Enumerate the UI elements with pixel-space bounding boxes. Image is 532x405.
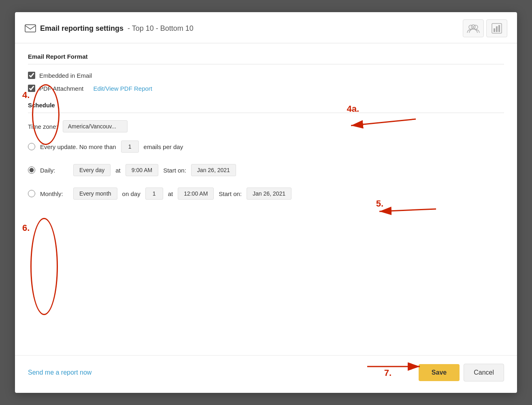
chart-icon-button[interactable] [486, 19, 507, 37]
svg-rect-11 [494, 28, 495, 32]
monthly-label: Monthly: [40, 190, 68, 197]
schedule-section: Schedule Time zone: America/Vancouv... E… [28, 102, 504, 200]
embedded-email-row: Embedded in Email [28, 72, 504, 79]
svg-rect-6 [25, 25, 36, 32]
format-section-divider [28, 64, 504, 64]
schedule-radio-group: Every update. No more than emails per da… [28, 141, 504, 200]
daily-label: Daily: [40, 167, 68, 174]
annotation-7: 7. [384, 368, 392, 378]
email-reporting-settings-dialog: 4. 4a. 5. 6. 7. [15, 12, 517, 393]
daily-row: Daily: Every day at 9:00 AM Start on: Ja… [28, 164, 504, 176]
dialog-footer: Send me a report now Save Cancel [15, 355, 517, 393]
edit-view-pdf-link[interactable]: Edit/View PDF Report [93, 85, 152, 92]
embedded-email-checkbox[interactable] [28, 72, 35, 79]
dialog-body: Email Report Format Embedded in Email PD… [15, 43, 517, 347]
monthly-row: Monthly: Every month on day at 12:00 AM … [28, 188, 504, 200]
users-icon [466, 23, 480, 34]
annotation-6: 6. [22, 223, 30, 233]
emails-per-day-label: emails per day [144, 143, 183, 150]
timezone-label: Time zone: [28, 123, 58, 130]
svg-rect-13 [498, 25, 500, 32]
send-report-link[interactable]: Send me a report now [28, 369, 92, 376]
annotation-4: 4. [22, 90, 30, 100]
footer-buttons: Save Cancel [419, 364, 504, 382]
every-update-label: Every update. No more than [40, 143, 116, 150]
email-report-format-section: Email Report Format Embedded in Email PD… [28, 53, 504, 92]
svg-point-9 [471, 25, 475, 29]
every-update-radio[interactable] [28, 143, 35, 150]
annotation-5: 5. [376, 198, 383, 209]
monthly-start-on-label: Start on: [219, 190, 242, 197]
dialog-subtitle: - Top 10 - Bottom 10 [128, 24, 194, 33]
daily-time-dropdown[interactable]: 9:00 AM [126, 164, 158, 176]
dialog-title: Email reporting settings [40, 24, 123, 33]
monthly-start-date-dropdown[interactable]: Jan 26, 2021 [247, 188, 292, 200]
embedded-email-label: Embedded in Email [39, 72, 92, 79]
svg-rect-12 [496, 26, 498, 32]
daily-start-on-label: Start on: [163, 167, 186, 174]
daily-radio[interactable] [28, 166, 35, 174]
daily-start-date-dropdown[interactable]: Jan 26, 2021 [191, 164, 236, 176]
timezone-row: Time zone: America/Vancouv... [28, 120, 504, 132]
mail-icon [25, 24, 36, 32]
monthly-at-label: at [168, 190, 173, 197]
emails-count-input[interactable] [121, 141, 139, 153]
format-section-title: Email Report Format [28, 53, 504, 60]
chart-icon [491, 23, 502, 34]
pdf-attachment-label: PDF Attachment [39, 85, 83, 92]
schedule-section-title: Schedule [28, 102, 504, 109]
monthly-frequency-dropdown[interactable]: Every month [73, 188, 117, 200]
daily-frequency-dropdown[interactable]: Every day [73, 164, 111, 176]
timezone-select[interactable]: America/Vancouv... [63, 120, 128, 132]
users-icon-button[interactable] [463, 19, 484, 37]
monthly-on-day-label: on day [122, 190, 140, 197]
annotation-4a: 4a. [347, 104, 359, 114]
pdf-attachment-row: PDF Attachment Edit/View PDF Report [28, 85, 504, 92]
schedule-section-divider [28, 113, 504, 113]
daily-at-label: at [115, 167, 121, 174]
save-button[interactable]: Save [419, 364, 460, 381]
every-update-row: Every update. No more than emails per da… [28, 141, 504, 153]
dialog-header: Email reporting settings - Top 10 - Bott… [15, 12, 517, 43]
monthly-time-dropdown[interactable]: 12:00 AM [178, 188, 214, 200]
header-icon-buttons [463, 19, 507, 37]
cancel-button[interactable]: Cancel [464, 364, 504, 382]
monthly-radio[interactable] [28, 190, 35, 197]
monthly-day-input[interactable] [145, 188, 163, 200]
header-left: Email reporting settings - Top 10 - Bott… [25, 24, 194, 33]
